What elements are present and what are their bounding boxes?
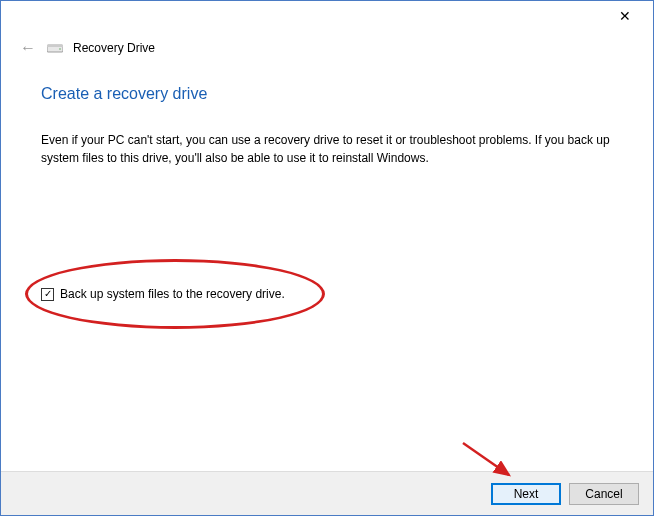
window-title: Recovery Drive (73, 41, 155, 55)
svg-rect-1 (47, 45, 63, 47)
content-area: Create a recovery drive Even if your PC … (1, 57, 653, 301)
close-button[interactable]: ✕ (605, 2, 645, 30)
recovery-drive-dialog: ✕ ← Recovery Drive Create a recovery dri… (0, 0, 654, 516)
backup-checkbox-row[interactable]: ✓ Back up system files to the recovery d… (41, 287, 613, 301)
back-icon[interactable]: ← (19, 39, 37, 57)
check-icon: ✓ (44, 289, 52, 299)
close-icon: ✕ (619, 8, 631, 24)
backup-checkbox[interactable]: ✓ (41, 288, 54, 301)
description-text: Even if your PC can't start, you can use… (41, 131, 613, 167)
next-button[interactable]: Next (491, 483, 561, 505)
header-row: ← Recovery Drive (1, 31, 653, 57)
page-title: Create a recovery drive (41, 85, 613, 103)
drive-icon (47, 42, 63, 54)
button-bar: Next Cancel (1, 471, 653, 515)
titlebar: ✕ (1, 1, 653, 31)
cancel-button[interactable]: Cancel (569, 483, 639, 505)
svg-point-2 (59, 48, 61, 50)
backup-checkbox-label: Back up system files to the recovery dri… (60, 287, 285, 301)
